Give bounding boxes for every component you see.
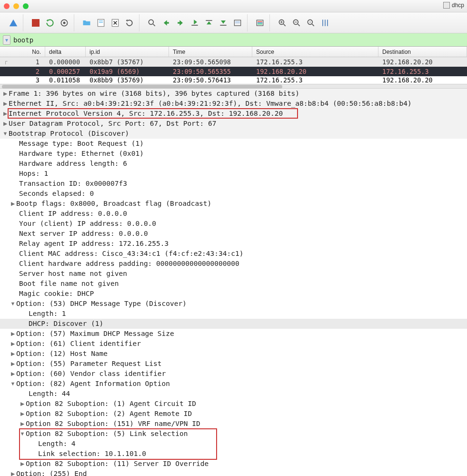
wireshark-logo-icon[interactable] bbox=[7, 16, 20, 30]
close-icon[interactable] bbox=[4, 3, 10, 9]
go-back-button[interactable] bbox=[159, 16, 173, 30]
window-controls bbox=[4, 3, 29, 9]
zoom-reset-button[interactable]: = bbox=[304, 16, 318, 30]
detail-field: Option: (61) Client identifier bbox=[16, 339, 141, 349]
svg-point-1 bbox=[63, 21, 66, 24]
detail-field: Option: (255) End bbox=[16, 469, 87, 476]
file-icon bbox=[443, 2, 450, 9]
expand-icon[interactable]: ▶ bbox=[10, 369, 16, 379]
packet-row[interactable]: 2 0.000257 0x19a9 (6569) 23:09:50.565355… bbox=[0, 67, 467, 76]
detail-field: Option 82 Suboption: (151) VRF name/VPN … bbox=[26, 419, 200, 429]
detail-field: Link selection: 10.1.101.0 bbox=[38, 449, 146, 459]
expand-icon[interactable]: ▶ bbox=[19, 399, 26, 409]
find-button[interactable] bbox=[145, 16, 159, 30]
detail-field: Option 82 Suboption: (5) Link selection bbox=[26, 429, 188, 439]
expand-icon[interactable]: ▶ bbox=[10, 469, 16, 476]
detail-field: Relay agent IP address: 172.16.255.3 bbox=[19, 239, 169, 249]
goto-packet-button[interactable] bbox=[188, 16, 201, 30]
open-file-button[interactable] bbox=[80, 16, 93, 30]
col-no[interactable]: No. bbox=[0, 47, 45, 57]
collapse-icon[interactable]: ▼ bbox=[2, 129, 9, 139]
detail-field: Client hardware address padding: 0000000… bbox=[19, 259, 239, 269]
detail-ip: Internet Protocol Version 4, Src: 172.16… bbox=[9, 109, 283, 119]
reload-button[interactable] bbox=[123, 16, 136, 30]
expand-icon[interactable]: ▶ bbox=[10, 359, 16, 369]
detail-field: Option 82 Suboption: (2) Agent Remote ID bbox=[26, 409, 192, 419]
detail-field: Hardware address length: 6 bbox=[19, 159, 127, 169]
zoom-in-button[interactable] bbox=[276, 16, 289, 30]
expand-icon[interactable]: ▶ bbox=[19, 459, 26, 469]
col-delta[interactable]: delta bbox=[45, 47, 86, 57]
col-time[interactable]: Time bbox=[169, 47, 252, 57]
detail-field: Transaction ID: 0x000007f3 bbox=[19, 179, 127, 189]
expand-icon[interactable]: ▶ bbox=[19, 419, 26, 429]
goto-last-button[interactable] bbox=[217, 16, 230, 30]
detail-field: Your (client) IP address: 0.0.0.0 bbox=[19, 219, 156, 229]
detail-bootp-header: Bootstrap Protocol (Discover) bbox=[9, 129, 129, 139]
detail-field: Length: 44 bbox=[29, 389, 70, 399]
packet-list-scrollbar[interactable] bbox=[0, 84, 467, 89]
collapse-icon[interactable]: ▼ bbox=[19, 429, 26, 439]
stop-capture-button[interactable] bbox=[29, 16, 42, 30]
detail-field: Boot file name not given bbox=[19, 279, 119, 289]
col-source[interactable]: Source bbox=[252, 47, 378, 57]
toolbar: = bbox=[0, 12, 467, 33]
expand-icon[interactable]: ▶ bbox=[2, 99, 9, 109]
expand-icon[interactable]: ▶ bbox=[10, 199, 16, 209]
svg-line-28 bbox=[312, 24, 314, 26]
detail-field: Option: (57) Maximum DHCP Message Size bbox=[16, 329, 174, 339]
close-file-button[interactable] bbox=[109, 16, 122, 30]
packet-details[interactable]: ▶Frame 1: 396 bytes on wire (3168 bits),… bbox=[0, 89, 467, 476]
expand-icon[interactable]: ▶ bbox=[2, 109, 9, 119]
expand-icon[interactable]: ▶ bbox=[10, 329, 16, 339]
svg-rect-2 bbox=[98, 19, 104, 26]
expand-icon[interactable]: ▶ bbox=[19, 409, 26, 419]
detail-field: Server host name not given bbox=[19, 269, 127, 279]
svg-line-25 bbox=[298, 24, 300, 26]
detail-frame: Frame 1: 396 bytes on wire (3168 bits), … bbox=[9, 89, 299, 99]
window-title: dhcp bbox=[443, 2, 464, 9]
svg-text:=: = bbox=[309, 20, 311, 23]
detail-udp: User Datagram Protocol, Src Port: 67, Ds… bbox=[9, 119, 217, 129]
save-file-button[interactable] bbox=[94, 16, 108, 30]
expand-icon[interactable]: ▶ bbox=[2, 89, 9, 99]
detail-field: Option: (12) Host Name bbox=[16, 349, 108, 359]
capture-options-button[interactable] bbox=[58, 16, 71, 30]
maximize-icon[interactable] bbox=[23, 3, 29, 9]
svg-point-6 bbox=[149, 20, 153, 24]
zoom-out-button[interactable] bbox=[290, 16, 303, 30]
detail-field: Magic cookie: DHCP bbox=[19, 289, 94, 299]
display-filter-input[interactable] bbox=[13, 36, 464, 44]
collapse-icon[interactable]: ▼ bbox=[10, 379, 16, 389]
detail-field: Option: (82) Agent Information Option bbox=[16, 379, 170, 389]
expand-icon[interactable]: ▶ bbox=[10, 349, 16, 359]
bookmark-icon[interactable]: ▾ bbox=[3, 35, 10, 45]
detail-field: Message type: Boot Request (1) bbox=[19, 139, 144, 149]
collapse-icon[interactable]: ▼ bbox=[10, 299, 16, 309]
svg-line-21 bbox=[284, 24, 286, 26]
resize-columns-button[interactable] bbox=[318, 16, 332, 30]
packet-row[interactable]: 1 0.000000 0x8bb7 (35767) 23:09:50.56509… bbox=[0, 57, 467, 67]
svg-line-7 bbox=[153, 24, 155, 26]
detail-field: Bootp flags: 0x8000, Broadcast flag (Bro… bbox=[16, 199, 211, 209]
detail-field: Seconds elapsed: 0 bbox=[19, 189, 94, 199]
col-destination[interactable]: Destination bbox=[378, 47, 467, 57]
expand-icon[interactable]: ▶ bbox=[10, 339, 16, 349]
col-ipid[interactable]: ip.id bbox=[86, 47, 169, 57]
packet-list[interactable]: 1 0.000000 0x8bb7 (35767) 23:09:50.56509… bbox=[0, 57, 467, 84]
expand-icon[interactable]: ▶ bbox=[2, 119, 9, 129]
go-forward-button[interactable] bbox=[174, 16, 187, 30]
svg-rect-9 bbox=[178, 22, 180, 23]
restart-capture-button[interactable] bbox=[43, 16, 57, 30]
window-title-text: dhcp bbox=[452, 2, 464, 9]
filter-bar: ▾ bbox=[0, 33, 467, 47]
minimize-icon[interactable] bbox=[13, 3, 19, 9]
detail-field: Length: 1 bbox=[29, 309, 66, 319]
detail-field: DHCP: Discover (1) bbox=[29, 319, 103, 329]
packet-row[interactable]: 3 0.011058 0x8bb9 (35769) 23:09:50.57641… bbox=[0, 76, 467, 84]
detail-field: Option: (60) Vendor class identifier bbox=[16, 369, 166, 379]
auto-scroll-button[interactable] bbox=[231, 16, 244, 30]
detail-field: Next server IP address: 0.0.0.0 bbox=[19, 229, 148, 239]
colorize-button[interactable] bbox=[253, 16, 267, 30]
goto-first-button[interactable] bbox=[202, 16, 216, 30]
